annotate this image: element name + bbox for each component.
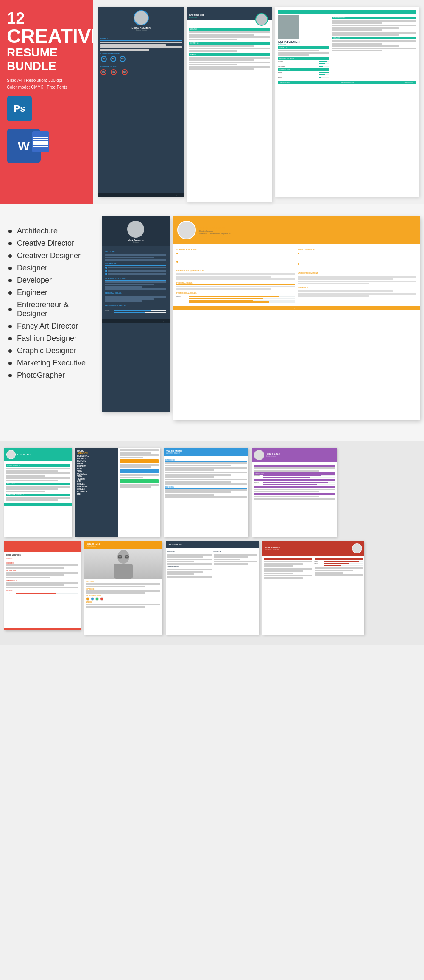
circle-skill-time: 55% TIME KEEPING bbox=[121, 69, 128, 77]
bullet-label: Developer bbox=[17, 276, 52, 285]
circle-skill-indesign: 55% INDESIGN bbox=[120, 56, 126, 64]
lang-spain: Spain bbox=[278, 75, 291, 76]
dot bbox=[325, 72, 327, 73]
tf-prof-skills-label: PROFESSIONAL SKILLS bbox=[86, 595, 160, 597]
skill-row-illustrator: Illustrator bbox=[176, 300, 295, 301]
skill-name: Illustrator bbox=[6, 593, 15, 595]
dot-empty bbox=[327, 74, 329, 75]
skill-track bbox=[189, 298, 295, 299]
thumbnail-row-1: LORA PALMER WORK EXPERIENCE EDUCATION bbox=[4, 448, 420, 537]
rc2-contact-text bbox=[189, 45, 270, 52]
page-line bbox=[33, 137, 48, 138]
bullet-label: PhotoGrapher bbox=[17, 371, 65, 380]
tj-edu-text bbox=[165, 489, 247, 498]
tf-prof-skills bbox=[86, 597, 160, 601]
tlp-skills-text: Management Coordination bbox=[254, 475, 335, 478]
word-badge-pages bbox=[32, 131, 49, 152]
skill-track bbox=[324, 565, 363, 566]
skill-row-cordinator: Cordinator bbox=[176, 298, 295, 299]
dot-empty bbox=[325, 76, 327, 76]
bullet-dot bbox=[8, 349, 12, 353]
lang-row-french: French bbox=[278, 73, 329, 75]
skill-row-msoffice: MS Office bbox=[278, 61, 329, 62]
bundle-specs: Size: A4 ı Resolution: 300 dpiColor mode… bbox=[7, 77, 67, 91]
tlp-contact-label: CONTACT ME bbox=[254, 493, 335, 495]
contact-row bbox=[105, 270, 166, 272]
rcm2-photo bbox=[177, 221, 196, 239]
rc2-contact-label: CONTACT ME bbox=[189, 42, 270, 45]
resume-card-right: LORA PALMER Architecture CONTACT ME PROF… bbox=[275, 7, 419, 197]
top-banner: 12 CREATIVE RESUME BUNDLE Size: A4 ı Res… bbox=[0, 0, 424, 204]
bullet-label: Engineer bbox=[17, 288, 47, 297]
lang-dots bbox=[319, 77, 329, 78]
skill-name: Photoshop bbox=[254, 482, 262, 483]
bullet-dot bbox=[8, 230, 12, 233]
tj-edu-label: Education bbox=[165, 486, 247, 489]
skill-fill bbox=[114, 312, 145, 313]
tm2-skills-text: Photoshop Illustrator bbox=[6, 592, 78, 595]
tlp-header: LORA PLAMAR Graphic Designer bbox=[252, 448, 337, 462]
bullet-dot bbox=[8, 337, 12, 340]
rc1-prof-skills-label: PROFESSIONAL SKILLS bbox=[100, 52, 182, 55]
rc1-title: Creative Director bbox=[101, 29, 181, 31]
dot bbox=[327, 72, 329, 73]
tlm-right: EDUCATION bbox=[214, 550, 258, 578]
skill-row-windows: Windows bbox=[278, 64, 329, 65]
br-right: WORK EXPERIENCE EDUCATION bbox=[332, 15, 416, 79]
dot-empty bbox=[327, 77, 329, 78]
rcm2-edu-label: ACADEMIC EDUCATION: bbox=[176, 248, 295, 251]
skill-track bbox=[16, 593, 78, 594]
skill-fill bbox=[263, 475, 321, 476]
skill-name: Coordination bbox=[254, 477, 262, 478]
tmm-photo bbox=[352, 543, 362, 553]
word-badge: W bbox=[7, 129, 41, 163]
bullet-dot bbox=[8, 279, 12, 282]
dot-empty bbox=[323, 66, 325, 67]
circle-skill-illustrator: 70% ILLUSTRATOR bbox=[110, 56, 117, 64]
contact-row bbox=[105, 267, 166, 269]
timeline-item bbox=[298, 263, 416, 270]
tmm-name: MARK JOHNSON bbox=[265, 547, 280, 549]
bullet-label: Graphic Designer bbox=[17, 346, 76, 355]
dot bbox=[321, 76, 323, 76]
skill-row-crm: Crm Software bbox=[278, 66, 329, 67]
tlm-about-label: ABOUT ME! bbox=[167, 551, 212, 553]
timeline-dot bbox=[176, 261, 178, 263]
bullet-label: Creative Director bbox=[17, 239, 74, 248]
tl1-photo bbox=[6, 450, 16, 459]
br-footer-twitter: Twitter:/lorapalmer bbox=[404, 82, 413, 83]
rcm2-header: Mark Johnson Creative Designer +12646/68… bbox=[173, 216, 420, 244]
rcm1-contact-label: CONTACT ME: bbox=[105, 263, 166, 266]
timeline-dot bbox=[176, 253, 178, 254]
rc1-profile-label: PROFILE bbox=[100, 38, 182, 41]
rc2-name-area: LORA PALMER Architecture bbox=[189, 14, 204, 18]
dot bbox=[319, 61, 321, 62]
dot bbox=[323, 74, 325, 75]
skill-track bbox=[263, 477, 335, 478]
dot bbox=[319, 76, 321, 76]
tmm-body: IN WORK COMMUNICATIO bbox=[262, 556, 364, 581]
circle-skill-label: ILLUSTRATOR bbox=[110, 62, 117, 64]
tm2-header bbox=[4, 541, 81, 552]
skill-icon bbox=[91, 597, 94, 601]
tlm-edu-text bbox=[214, 554, 258, 565]
list-item: Developer bbox=[8, 274, 89, 286]
br-body: LORA PALMER Architecture CONTACT ME PROF… bbox=[278, 15, 416, 79]
skill-track bbox=[114, 312, 166, 313]
br-footer-email: mail:youremail@gmail.com bbox=[341, 82, 354, 83]
tf-edu-text bbox=[86, 583, 160, 587]
rcm2-ref-label: REFERENCE bbox=[298, 286, 416, 289]
skill-fill bbox=[114, 310, 151, 311]
skill-row: Management bbox=[254, 475, 335, 477]
skill-track bbox=[189, 301, 295, 303]
br-edu-content bbox=[332, 40, 416, 51]
skill-dots bbox=[319, 63, 329, 64]
resume-card-dark-blue: LORA PALMER Creative Director PROFILE PR… bbox=[98, 7, 184, 197]
rcm1-about-label: ABOUT ME: bbox=[105, 250, 166, 253]
tm2-footer: Call: +00123-4567890 bbox=[4, 628, 81, 630]
rc1-circle-skills: 80% PHOTOSHOP 70% ILLUSTRATOR 55% INDESI… bbox=[100, 56, 182, 64]
rc2-photo bbox=[255, 13, 268, 26]
skill-row: German bbox=[315, 564, 363, 566]
dot bbox=[325, 65, 327, 65]
skill-name-windows: Windows bbox=[278, 64, 291, 65]
